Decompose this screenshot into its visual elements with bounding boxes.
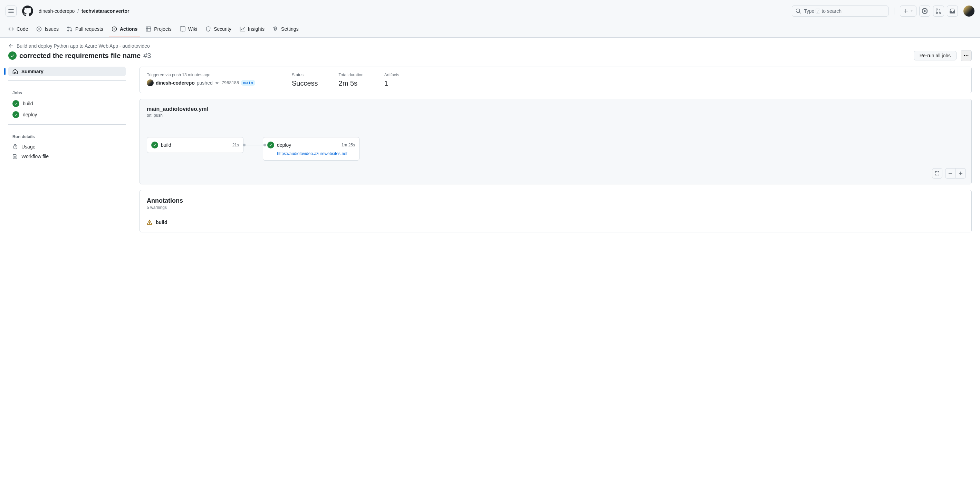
hamburger-icon: [8, 8, 14, 14]
tab-code-label: Code: [17, 25, 28, 32]
search-input[interactable]: Type / to search: [792, 6, 888, 17]
job-card-build[interactable]: build 21s: [147, 137, 243, 153]
pull-request-icon: [936, 8, 941, 14]
status-check-icon: [8, 51, 17, 60]
minus-icon: [948, 171, 953, 176]
artifacts-label: Artifacts: [384, 73, 399, 77]
svg-point-2: [38, 28, 40, 30]
fullscreen-button[interactable]: [932, 168, 942, 178]
zoom-out-button[interactable]: [945, 168, 956, 178]
kebab-icon: [963, 53, 969, 58]
svg-rect-4: [146, 27, 151, 32]
breadcrumb: dinesh-coderepo / techvistaraconvertor: [39, 8, 129, 14]
tab-wiki[interactable]: Wiki: [177, 22, 200, 37]
commit-icon: [215, 80, 220, 85]
inbox-icon: [950, 8, 955, 14]
job-deploy-name: deploy: [277, 142, 339, 148]
zoom-in-button[interactable]: [956, 168, 966, 178]
issues-header-button[interactable]: [919, 6, 930, 17]
artifacts-value[interactable]: 1: [384, 80, 399, 87]
code-icon: [8, 26, 14, 32]
hamburger-menu-button[interactable]: [6, 6, 17, 17]
breadcrumb-repo[interactable]: techvistaraconvertor: [81, 8, 129, 14]
book-icon: [180, 26, 185, 32]
pushed-text: pushed: [197, 80, 213, 86]
sidebar-job-build[interactable]: build: [8, 98, 126, 109]
sidebar: Summary Jobs build deploy Run details Us…: [8, 67, 126, 232]
tab-actions[interactable]: Actions: [109, 22, 140, 37]
search-icon: [795, 8, 801, 14]
stopwatch-icon: [13, 144, 18, 150]
tab-security[interactable]: Security: [203, 22, 234, 37]
tab-issues[interactable]: Issues: [33, 22, 61, 37]
user-avatar[interactable]: [963, 6, 974, 17]
plus-icon: [958, 171, 963, 176]
search-slash-hint: /: [816, 9, 820, 13]
search-placeholder-suffix: to search: [821, 8, 842, 14]
tab-settings-label: Settings: [281, 25, 299, 32]
shield-icon: [205, 26, 211, 32]
commit-sha[interactable]: 7988188: [222, 80, 239, 85]
tab-actions-label: Actions: [120, 25, 137, 32]
annotation-item[interactable]: build: [147, 220, 964, 225]
svg-point-10: [149, 223, 150, 224]
tab-issues-label: Issues: [45, 25, 58, 32]
check-icon: [267, 142, 274, 148]
header-divider: [894, 8, 894, 14]
create-new-button[interactable]: [900, 6, 916, 17]
warning-triangle-icon: [147, 220, 152, 225]
tab-security-label: Security: [214, 25, 231, 32]
actor-username[interactable]: dinesh-coderepo: [156, 80, 195, 86]
tab-pulls[interactable]: Pull requests: [64, 22, 106, 37]
sidebar-job-deploy-label: deploy: [23, 112, 37, 118]
graph-icon: [240, 26, 245, 32]
issues-icon: [36, 26, 42, 32]
branch-chip[interactable]: main: [241, 80, 255, 86]
pulls-header-button[interactable]: [933, 6, 944, 17]
annotations-box: Annotations 5 warnings build: [140, 190, 972, 232]
notifications-button[interactable]: [947, 6, 958, 17]
issue-dot-circle-icon: [922, 8, 928, 14]
plus-icon: [903, 8, 908, 14]
actor-avatar[interactable]: [147, 80, 154, 86]
app-header: dinesh-coderepo / techvistaraconvertor T…: [0, 0, 980, 22]
job-card-deploy[interactable]: deploy 1m 25s https://audiotovideo.azure…: [263, 137, 360, 161]
back-to-workflow-link[interactable]: Build and deploy Python app to Azure Web…: [8, 43, 972, 49]
sidebar-job-build-label: build: [23, 101, 33, 107]
tab-code[interactable]: Code: [6, 22, 31, 37]
rerun-all-jobs-button[interactable]: Re-run all jobs: [914, 51, 956, 60]
file-code-icon: [13, 154, 18, 159]
status-value: Success: [292, 80, 318, 87]
job-build-name: build: [161, 142, 230, 148]
sidebar-item-summary[interactable]: Summary: [8, 67, 126, 76]
table-icon: [146, 26, 151, 32]
run-actions-menu-button[interactable]: [961, 50, 972, 61]
tab-insights[interactable]: Insights: [237, 22, 267, 37]
tab-projects-label: Projects: [154, 25, 172, 32]
sidebar-item-workflow-file[interactable]: Workflow file: [8, 151, 126, 161]
svg-point-9: [216, 82, 218, 84]
tab-projects[interactable]: Projects: [143, 22, 174, 37]
back-to-workflow-label: Build and deploy Python app to Azure Web…: [17, 43, 150, 49]
gear-icon: [273, 26, 278, 32]
sidebar-job-deploy[interactable]: deploy: [8, 109, 126, 120]
svg-point-7: [967, 55, 969, 56]
fullscreen-icon: [935, 171, 940, 176]
status-label: Status: [292, 73, 318, 77]
trigger-label: Triggered via push 13 minutes ago: [147, 73, 271, 77]
sidebar-workflow-file-label: Workflow file: [21, 154, 49, 159]
tab-settings[interactable]: Settings: [270, 22, 301, 37]
duration-label: Total duration: [339, 73, 364, 77]
run-meta-box: Triggered via push 13 minutes ago dinesh…: [140, 67, 972, 93]
sidebar-item-usage[interactable]: Usage: [8, 142, 126, 151]
breadcrumb-owner[interactable]: dinesh-coderepo: [39, 8, 75, 14]
play-circle-icon: [111, 26, 117, 32]
job-deploy-url[interactable]: https://audiotovideo.azurewebsites.net: [277, 151, 355, 156]
pull-request-icon: [67, 26, 73, 32]
svg-point-5: [964, 55, 965, 56]
workflow-trigger-text: on: push: [147, 113, 964, 118]
caret-down-icon: [910, 10, 913, 13]
main-content: Triggered via push 13 minutes ago dinesh…: [140, 67, 972, 232]
github-logo-icon[interactable]: [22, 6, 33, 17]
run-title: corrected the requirements file name #3: [8, 51, 910, 60]
